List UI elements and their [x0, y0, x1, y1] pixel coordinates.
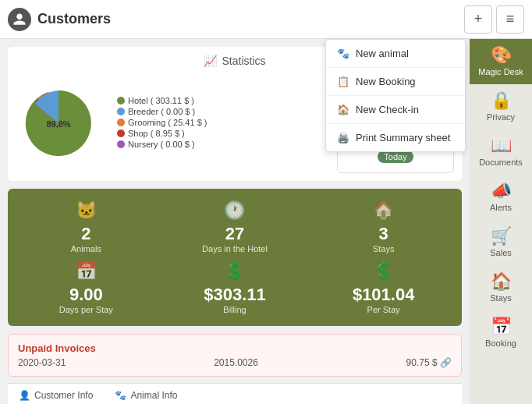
pie-legend: Hotel ( 303.11 $ ) Breeder ( 0.00 $ ) Gr…: [117, 96, 207, 151]
unpaid-amount: 90.75 $ 🔗: [406, 357, 452, 368]
dropdown-print-summary[interactable]: 🖨️ Print Summary sheet: [326, 124, 465, 151]
legend-breeder: Breeder ( 0.00 $ ): [117, 107, 207, 116]
avatar: [8, 8, 31, 31]
animal-icon: 🐾: [115, 390, 126, 401]
stat-stays: 🏠 3 Stays: [313, 200, 454, 253]
topbar: Customers + ≡: [0, 0, 532, 39]
legend-shop-label: Shop ( 8.95 $ ): [128, 129, 185, 138]
booking-icon: 📋: [337, 76, 349, 87]
legend-nursery-label: Nursery ( 0.00 $ ): [128, 140, 195, 149]
stat-days-per-stay: 📅 9.00 Days per Stay: [16, 261, 157, 314]
sidebar-item-stays[interactable]: 🏠 Stays: [470, 265, 532, 310]
sidebar-item-magic-desk[interactable]: 🎨 Magic Desk: [470, 39, 532, 84]
sidebar-label-privacy: Privacy: [487, 112, 515, 122]
bottom-tabs: 👤 Customer Info 🐾 Animal Info: [8, 383, 462, 404]
days-per-stay-label: Days per Stay: [16, 305, 157, 314]
billing-value: $303.11: [165, 285, 306, 305]
green-stats-card: 🐱 2 Animals 🕐 27 Days in the Hotel 🏠 3 S…: [8, 189, 462, 326]
sales-icon: 🛒: [491, 228, 512, 245]
magic-desk-icon: 🎨: [491, 47, 512, 64]
dropdown-new-animal[interactable]: 🐾 New animal: [326, 40, 465, 68]
sidebar-item-sales[interactable]: 🛒 Sales: [470, 220, 532, 265]
dropdown-new-booking[interactable]: 📋 New Booking: [326, 68, 465, 96]
paw-icon: 🐾: [337, 48, 349, 59]
sidebar-label-sales: Sales: [490, 248, 512, 257]
tab-animal-info[interactable]: 🐾 Animal Info: [104, 384, 188, 404]
grooming-dot: [117, 119, 125, 126]
right-sidebar: 🎨 Magic Desk 🔒 Privacy 📖 Documents 📣 Ale…: [470, 0, 532, 404]
hotel-dot: [117, 97, 125, 105]
sidebar-label-alerts: Alerts: [490, 203, 512, 212]
per-stay-label: Per Stay: [313, 305, 454, 314]
unpaid-row: 2020-03-31 2015.0026 90.75 $ 🔗: [18, 357, 452, 368]
clock-icon: 🕐: [165, 200, 306, 221]
dropdown-new-animal-label: New animal: [356, 48, 409, 59]
dropdown-print-label: Print Summary sheet: [356, 132, 450, 144]
sidebar-label-documents: Documents: [479, 158, 523, 167]
calendar-icon: 📅: [16, 261, 157, 282]
legend-hotel: Hotel ( 303.11 $ ): [117, 96, 207, 105]
billing-stat-label: Billing: [165, 305, 306, 314]
dropdown-new-booking-label: New Booking: [356, 76, 416, 87]
stays-icon: 🏠: [491, 273, 512, 290]
tab-animal-label: Animal Info: [130, 390, 177, 401]
tab-customer-label: Customer Info: [34, 390, 93, 401]
days-hotel-label: Days in the Hotel: [165, 244, 306, 253]
sidebar-item-alerts[interactable]: 📣 Alerts: [470, 175, 532, 220]
shop-dot: [117, 129, 125, 137]
dropdown-new-checkin[interactable]: 🏠 New Check-in: [326, 96, 465, 124]
sidebar-label-booking: Booking: [485, 338, 516, 348]
days-hotel-value: 27: [165, 224, 306, 244]
today-badge: Today: [378, 151, 413, 163]
sidebar-item-booking[interactable]: 📅 Booking: [470, 310, 532, 356]
dropdown-new-checkin-label: New Check-in: [356, 104, 419, 115]
unpaid-invoice: 2015.0026: [214, 357, 258, 368]
print-icon: 🖨️: [337, 132, 349, 144]
stat-per-stay: 💲 $101.04 Per Stay: [313, 261, 454, 314]
billing-icon: 💲: [165, 261, 306, 282]
unpaid-invoices-card: Unpaid Invoices 2020-03-31 2015.0026 90.…: [8, 334, 462, 377]
stat-billing: 💲 $303.11 Billing: [165, 261, 306, 314]
unpaid-title: Unpaid Invoices: [18, 342, 452, 354]
animals-icon: 🐱: [16, 200, 157, 221]
link-icon[interactable]: 🔗: [440, 357, 452, 368]
stat-animals: 🐱 2 Animals: [16, 200, 157, 253]
sidebar-label-magic-desk: Magic Desk: [478, 67, 523, 76]
chart-icon: 📈: [204, 55, 217, 67]
per-stay-icon: 💲: [313, 261, 454, 282]
legend-shop: Shop ( 8.95 $ ): [117, 129, 207, 138]
booking-icon: 📅: [491, 318, 512, 335]
customer-icon: 👤: [19, 390, 30, 401]
svg-text:89,8%: 89,8%: [46, 119, 70, 129]
legend-grooming: Grooming ( 25.41 $ ): [117, 118, 207, 127]
menu-button[interactable]: ≡: [496, 5, 524, 34]
days-per-stay-value: 9.00: [16, 285, 157, 305]
house-icon: 🏠: [313, 200, 454, 221]
dropdown-menu: 🐾 New animal 📋 New Booking 🏠 New Check-i…: [325, 39, 466, 152]
stays-label: Stays: [313, 244, 454, 253]
nursery-dot: [117, 140, 125, 148]
documents-icon: 📖: [491, 137, 512, 154]
unpaid-date: 2020-03-31: [18, 357, 66, 368]
page-title: Customers: [37, 11, 460, 27]
checkin-icon: 🏠: [337, 104, 349, 115]
sidebar-item-privacy[interactable]: 🔒 Privacy: [470, 84, 532, 129]
legend-nursery: Nursery ( 0.00 $ ): [117, 140, 207, 149]
per-stay-value: $101.04: [313, 285, 454, 305]
legend-breeder-label: Breeder ( 0.00 $ ): [128, 107, 195, 116]
tab-customer-info[interactable]: 👤 Customer Info: [8, 384, 104, 404]
stat-days-hotel: 🕐 27 Days in the Hotel: [165, 200, 306, 253]
add-button[interactable]: +: [464, 5, 492, 34]
sidebar-item-documents[interactable]: 📖 Documents: [470, 129, 532, 175]
legend-grooming-label: Grooming ( 25.41 $ ): [128, 118, 207, 127]
legend-hotel-label: Hotel ( 303.11 $ ): [128, 96, 194, 105]
animals-value: 2: [16, 224, 157, 244]
privacy-icon: 🔒: [491, 92, 512, 109]
breeder-dot: [117, 108, 125, 115]
animals-label: Animals: [16, 244, 157, 253]
stays-value: 3: [313, 224, 454, 244]
alerts-icon: 📣: [491, 183, 512, 200]
pie-chart: 89,8%: [16, 76, 109, 170]
pie-area: 89,8% Hotel ( 303.11 $ ) Breeder ( 0.00 …: [16, 73, 329, 173]
sidebar-label-stays: Stays: [490, 293, 512, 303]
